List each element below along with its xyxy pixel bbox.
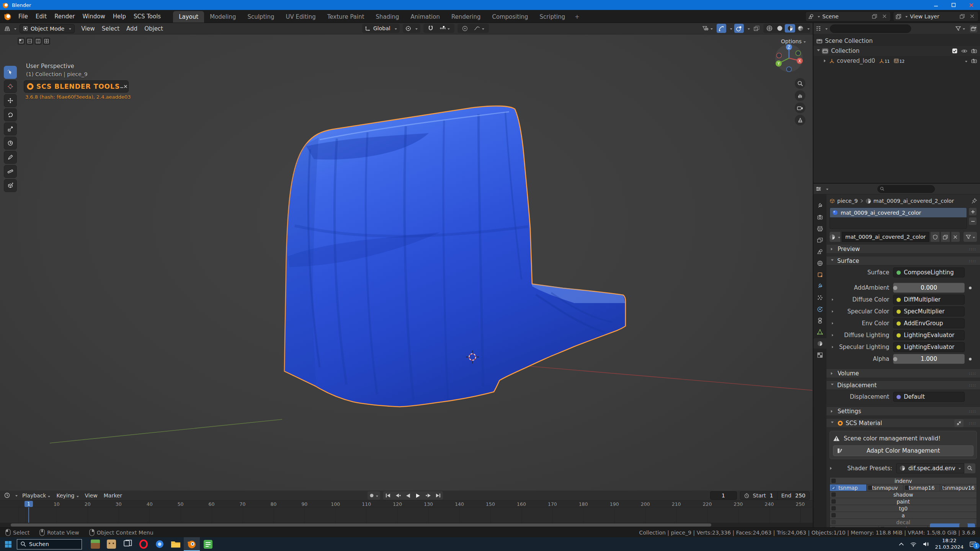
mode-dropdown[interactable]: Object Mode xyxy=(20,24,75,33)
show-gizmo-icon[interactable] xyxy=(717,24,726,33)
rotate-tool[interactable] xyxy=(4,108,17,121)
task-view-taskbar-icon[interactable] xyxy=(119,537,136,551)
proportional-editing-icon[interactable] xyxy=(460,24,470,33)
menu-help[interactable]: Help xyxy=(109,11,130,21)
render-properties-tab[interactable] xyxy=(813,212,826,222)
remove-slot-button[interactable] xyxy=(969,217,977,225)
hide-eye-icon[interactable] xyxy=(961,49,967,53)
timeline-ruler[interactable]: 1 10203040506070809010011012013014015016… xyxy=(0,500,813,507)
outliner-row-covered-lod0[interactable]: covered_lod0 11 12 xyxy=(813,56,980,66)
navigation-gizmo[interactable]: Z Y X xyxy=(774,43,804,73)
fake-user-shield-icon[interactable] xyxy=(931,232,939,242)
add-cube-tool[interactable] xyxy=(4,179,17,192)
material-filter-dropdown[interactable] xyxy=(964,232,977,242)
browser-taskbar-icon[interactable] xyxy=(152,537,168,551)
diffuse-lighting-field[interactable]: LightingEvaluator xyxy=(893,330,965,340)
section-displacement[interactable]: Displacement:::: xyxy=(826,380,980,390)
constraints-properties-tab[interactable] xyxy=(813,315,826,326)
breadcrumb-material[interactable]: mat_0009_ai_covered_2_color xyxy=(874,198,954,204)
add-workspace-button[interactable]: + xyxy=(571,11,583,23)
menu-scs-tools[interactable]: SCS Tools xyxy=(130,11,165,21)
outliner-row-scene-collection[interactable]: Scene Collection xyxy=(813,36,980,46)
scene-selector[interactable]: Scene xyxy=(805,11,891,21)
timeline-track-area[interactable] xyxy=(0,507,813,523)
scene-properties-tab[interactable] xyxy=(813,246,826,257)
scs-panel-close-button[interactable] xyxy=(124,83,127,90)
perspective-toggle-icon[interactable] xyxy=(795,115,805,126)
addambient-field[interactable]: 0.000 xyxy=(893,283,965,293)
previous-keyframe-button[interactable] xyxy=(393,491,403,500)
toggle-xray-icon[interactable] xyxy=(752,24,761,33)
material-name-field[interactable]: mat_0009_ai_covered_2_color xyxy=(842,232,929,242)
close-button[interactable] xyxy=(962,0,980,10)
tab-shading[interactable]: Shading xyxy=(370,11,405,23)
specular-lighting-field[interactable]: LightingEvaluator xyxy=(893,342,965,352)
pivot-point-dropdown[interactable] xyxy=(403,24,420,33)
pin-icon[interactable] xyxy=(972,198,977,204)
playhead-line[interactable] xyxy=(28,507,29,523)
toolsetting-toggle-2[interactable] xyxy=(26,37,33,45)
wireframe-shading-icon[interactable] xyxy=(764,24,774,33)
tab-texture-paint[interactable]: Texture Paint xyxy=(322,11,370,23)
creature-taskbar-icon[interactable] xyxy=(103,537,119,551)
new-scene-icon[interactable] xyxy=(871,13,878,20)
viewport-menu-add[interactable]: Add xyxy=(123,24,141,33)
tab-rendering[interactable]: Rendering xyxy=(446,11,487,23)
measure-tool[interactable] xyxy=(4,165,17,178)
scs-panel-minimize-button[interactable] xyxy=(120,83,124,90)
properties-search-input[interactable] xyxy=(877,185,935,193)
toolsetting-toggle-4[interactable] xyxy=(43,37,50,45)
flavor-indenv[interactable]: indenv xyxy=(830,478,977,484)
game-taskbar-icon[interactable] xyxy=(87,537,103,551)
alpha-field[interactable]: 1.000 xyxy=(893,354,965,364)
diffuse-color-field[interactable]: DiffMultiplier xyxy=(893,295,965,305)
play-reverse-button[interactable] xyxy=(403,491,413,500)
visibility-chevron-icon[interactable] xyxy=(965,61,967,64)
menu-render[interactable]: Render xyxy=(51,11,78,21)
section-volume[interactable]: Volume:::: xyxy=(826,368,980,378)
snap-magnet-icon[interactable] xyxy=(426,24,435,33)
tab-modeling[interactable]: Modeling xyxy=(204,11,242,23)
specular-color-field[interactable]: SpecMultiplier xyxy=(893,306,965,316)
scale-tool[interactable] xyxy=(4,122,17,135)
flavor-paint[interactable]: paint xyxy=(830,498,977,505)
notes-taskbar-icon[interactable] xyxy=(200,537,216,551)
taskbar-search-input[interactable]: Suchen xyxy=(17,539,82,549)
snap-to-dropdown[interactable] xyxy=(438,24,452,33)
jump-to-end-button[interactable] xyxy=(433,491,443,500)
animate-decorator-dot[interactable] xyxy=(969,287,972,289)
opera-taskbar-icon[interactable] xyxy=(136,537,152,551)
timeline-scroll-thumb[interactable] xyxy=(11,523,711,527)
tab-uv-editing[interactable]: UV Editing xyxy=(280,11,321,23)
viewport-canvas[interactable] xyxy=(0,34,813,491)
viewport-menu-object[interactable]: Object xyxy=(141,24,167,33)
new-collection-icon[interactable] xyxy=(969,24,978,33)
clipped-extra-button[interactable] xyxy=(959,523,968,527)
physics-properties-tab[interactable] xyxy=(813,304,826,314)
displacement-dropdown[interactable]: Default xyxy=(893,392,965,402)
start-button[interactable] xyxy=(0,537,16,551)
adapt-color-management-button[interactable]: Adapt Color Management xyxy=(833,445,973,456)
scs-tools-panel[interactable]: SCS BLENDER TOOLS xyxy=(24,80,129,93)
maximize-button[interactable] xyxy=(945,0,962,10)
modifiers-properties-tab[interactable] xyxy=(813,281,826,291)
object-data-properties-tab[interactable] xyxy=(813,327,826,337)
view-layer-selector[interactable]: View Layer xyxy=(893,11,978,21)
menu-edit[interactable]: Edit xyxy=(32,11,51,21)
notification-center-icon[interactable]: 1 xyxy=(970,541,976,547)
blender-taskbar-icon[interactable] xyxy=(184,537,200,551)
next-keyframe-button[interactable] xyxy=(423,491,433,500)
rendered-shading-icon[interactable] xyxy=(795,24,805,33)
browse-material-dropdown[interactable] xyxy=(830,232,840,242)
timeline-menu-keying[interactable]: Keying xyxy=(53,491,82,500)
viewport-menu-select[interactable]: Select xyxy=(98,24,123,33)
show-overlays-icon[interactable] xyxy=(734,24,744,33)
end-frame-field[interactable]: End250 xyxy=(777,492,809,499)
duplicate-material-icon[interactable] xyxy=(941,232,950,242)
material-preview-shading-icon[interactable] xyxy=(785,24,795,33)
select-box-tool[interactable] xyxy=(4,66,17,79)
pan-hand-icon[interactable] xyxy=(795,90,805,101)
flavor-shadow[interactable]: shadow xyxy=(830,491,977,498)
tab-sculpting[interactable]: Sculpting xyxy=(242,11,280,23)
unlink-material-icon[interactable] xyxy=(951,232,960,242)
